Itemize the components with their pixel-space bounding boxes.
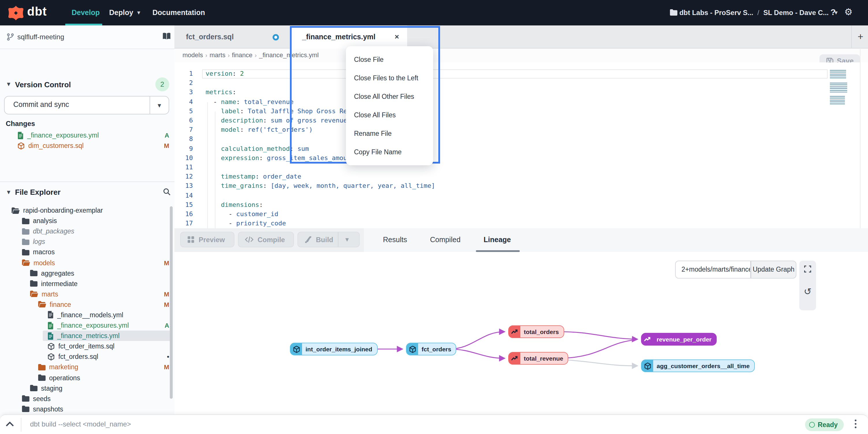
breadcrumb-item[interactable]: finance	[232, 52, 252, 58]
code-line-6[interactable]: 6 description: sum of gross revenue	[175, 116, 868, 125]
tree-item-models[interactable]: modelsM	[0, 257, 175, 268]
breadcrumb-item[interactable]: models	[183, 52, 203, 58]
tree-item--finance-models-yml[interactable]: _finance__models.yml	[0, 310, 175, 320]
menu-item-close-all-files[interactable]: Close All Files	[346, 106, 433, 124]
kebab-menu-icon[interactable]	[854, 419, 857, 430]
changed-file-row[interactable]: dim_customers.sqlM	[0, 140, 175, 151]
tree-item-logs[interactable]: logs	[0, 237, 175, 247]
line-number: 11	[175, 163, 193, 172]
tree-item-analysis[interactable]: analysis	[0, 215, 175, 226]
folder-icon	[22, 406, 29, 412]
tree-item-dbt-packages[interactable]: dbt_packages	[0, 226, 175, 236]
panel-tab-compiled-code[interactable]: Compiled Code	[421, 228, 469, 252]
code-line-17[interactable]: 17 - priority_code	[175, 219, 868, 228]
tree-item-macros[interactable]: macros	[0, 247, 175, 257]
tree-item-marketing[interactable]: marketingM	[0, 362, 175, 372]
editor-minimap[interactable]	[830, 70, 847, 108]
doc-icon	[48, 311, 54, 319]
code-line-12[interactable]: 12 timestamp: order_date	[175, 172, 868, 181]
new-tab-button[interactable]: +	[854, 31, 867, 44]
docs-book-icon[interactable]	[162, 32, 171, 40]
update-graph-button[interactable]: Update Graph	[751, 261, 796, 279]
panel-tab-results[interactable]: Results	[378, 228, 412, 252]
lineage-node-total_orders[interactable]: total_orders	[508, 325, 564, 338]
code-line-10[interactable]: 10 expression: gross_item_sales_amount	[175, 154, 868, 163]
tree-item-fct-orders-sql[interactable]: fct_orders.sql•	[0, 352, 175, 362]
tree-item--finance-metrics-yml[interactable]: _finance_metrics.yml	[0, 330, 175, 341]
lineage-node-revenue_per_order[interactable]: revenue_per_order	[641, 333, 717, 346]
line-number: 10	[175, 154, 193, 163]
code-line-8[interactable]: 8	[175, 135, 868, 144]
menu-item-close-files-to-the-left[interactable]: Close Files to the Left	[346, 69, 433, 87]
dbt-cloud-ide: dbt DevelopDeploy▼Documentation dbt Labs…	[0, 0, 868, 434]
nav-item-deploy[interactable]: Deploy▼	[109, 0, 141, 25]
lineage-node-label: int_order_items_joined	[302, 346, 377, 352]
nav-item-develop[interactable]: Develop	[72, 0, 100, 25]
dbt-logo-icon[interactable]	[7, 5, 24, 21]
tree-item-intermediate[interactable]: intermediate	[0, 278, 175, 289]
build-button[interactable]: Build▼	[298, 232, 360, 247]
tree-item-fct-order-items-sql[interactable]: fct_order_items.sql	[0, 341, 175, 351]
lineage-node-int_order_items_joined[interactable]: int_order_items_joined	[290, 343, 377, 355]
lineage-node-fct_orders[interactable]: fct_orders	[406, 343, 457, 355]
build-options-chevron[interactable]: ▼	[338, 232, 356, 247]
compile-button[interactable]: Compile	[238, 232, 294, 247]
code-line-5[interactable]: 5 label: Total Jaffle Shop Gross Revenue	[175, 107, 868, 116]
settings-gear-icon[interactable]: ⚙	[844, 6, 853, 17]
nav-item-documentation[interactable]: Documentation	[152, 0, 205, 25]
code-line-2[interactable]: 2	[175, 79, 868, 88]
code-line-13[interactable]: 13 time_grains: [day, week, month, quart…	[175, 182, 868, 191]
code-line-9[interactable]: 9 calculation_method: sum	[175, 144, 868, 153]
command-input[interactable]: dbt build --select <model_name>	[30, 420, 131, 428]
tree-item-staging[interactable]: staging	[0, 383, 175, 393]
tree-scrollbar[interactable]	[170, 206, 173, 399]
fullscreen-icon[interactable]	[799, 265, 816, 273]
breadcrumb-item[interactable]: _finance_metrics.yml	[259, 52, 319, 58]
git-branch-row[interactable]: sqlfluff-meeting	[0, 25, 175, 49]
file-explorer-header[interactable]: ▼ File Explorer	[0, 181, 175, 202]
git-status-letter: M	[164, 259, 169, 266]
lineage-node-total_revenue[interactable]: total_revenue	[508, 352, 568, 365]
tree-item-operations[interactable]: operations	[0, 372, 175, 383]
code-line-11[interactable]: 11	[175, 163, 868, 172]
help-icon[interactable]: ?	[831, 7, 836, 17]
lineage-filter-input[interactable]: 2+models/marts/finance/_fir	[675, 261, 751, 279]
menu-item-close-all-other-files[interactable]: Close All Other Files	[346, 87, 433, 106]
reset-view-icon[interactable]: ↺	[799, 287, 816, 296]
tree-item--finance-exposures-yml[interactable]: _finance_exposures.ymlA	[0, 320, 175, 330]
commit-options-chevron[interactable]: ▼	[150, 96, 168, 114]
menu-item-rename-file[interactable]: Rename File	[346, 124, 433, 143]
tree-item-rapid-onboarding-exemplar[interactable]: rapid-onboarding-exemplar	[0, 205, 175, 215]
tree-item-seeds[interactable]: seeds	[0, 393, 175, 404]
lineage-node-agg_customer_orders__all_time[interactable]: agg_customer_orders__all_time	[641, 359, 755, 372]
search-icon[interactable]	[163, 188, 171, 196]
code-line-7[interactable]: 7 model: ref('fct_orders')	[175, 125, 868, 135]
menu-item-copy-file-name[interactable]: Copy File Name	[346, 143, 433, 161]
code-line-16[interactable]: 16 - customer_id	[175, 210, 868, 219]
account-name[interactable]: dbt Labs - ProServ S.../SL Demo - Dave C…	[670, 0, 839, 25]
preview-button[interactable]: Preview	[180, 232, 235, 247]
commit-and-sync-button[interactable]: Commit and sync ▼	[4, 96, 169, 114]
tab-finance-metrics-yml[interactable]: _finance_metrics.yml ×	[290, 25, 407, 49]
code-line-15[interactable]: 15 dimensions:	[175, 201, 868, 210]
chevron-down-icon[interactable]: ▼	[6, 81, 11, 87]
tree-item-finance[interactable]: financeM	[0, 299, 175, 310]
tab-fct-orders-sql[interactable]: fct_orders.sql	[175, 25, 290, 49]
breadcrumb-item[interactable]: marts	[210, 52, 225, 58]
panel-tab-lineage[interactable]: Lineage	[479, 228, 516, 252]
changed-file-row[interactable]: _finance_exposures.ymlA	[0, 130, 175, 140]
tree-item-marts[interactable]: martsM	[0, 289, 175, 299]
close-tab-icon[interactable]: ×	[395, 32, 399, 41]
code-editor[interactable]: 1version: 223metrics:4 - name: total_rev…	[175, 62, 868, 228]
tree-item-snapshots[interactable]: snapshots	[0, 404, 175, 414]
editor-scroll-track[interactable]	[860, 49, 861, 228]
menu-item-close-file[interactable]: Close File	[346, 50, 433, 69]
status-badge: Ready	[805, 418, 843, 431]
tree-item-aggregates[interactable]: aggregates	[0, 268, 175, 278]
code-line-3[interactable]: 3metrics:	[175, 88, 868, 97]
code-line-1[interactable]: 1version: 2	[175, 69, 868, 79]
code-line-14[interactable]: 14	[175, 191, 868, 200]
code-line-4[interactable]: 4 - name: total_revenue	[175, 97, 868, 107]
expand-panel-chevron-icon[interactable]	[5, 420, 14, 428]
version-control-title[interactable]: Version Control	[15, 80, 71, 89]
